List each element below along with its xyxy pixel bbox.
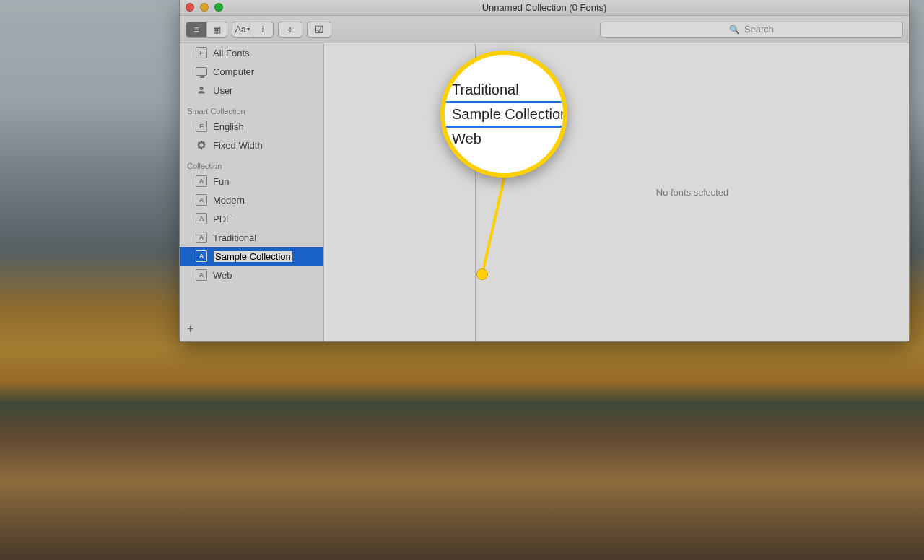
desktop-background: Unnamed Collection (0 Fonts) ≡ ▦ Aa ▾ i	[0, 0, 924, 560]
search-placeholder: Search	[744, 24, 774, 35]
sidebar-item-modern[interactable]: A Modern	[180, 191, 323, 209]
sidebar-item-user[interactable]: User	[180, 81, 323, 100]
lens-row: Traditional	[445, 79, 563, 101]
titlebar[interactable]: Unnamed Collection (0 Fonts)	[180, 0, 909, 16]
collection-icon: A	[196, 194, 207, 206]
sidebar-item-label: Sample Collection	[215, 251, 291, 262]
search-field[interactable]: 🔍 Search	[600, 22, 903, 38]
window-title: Unnamed Collection (0 Fonts)	[482, 2, 607, 13]
font-collection-icon: F	[196, 121, 207, 132]
add-fonts-button[interactable]: +	[278, 22, 302, 38]
gear-icon	[196, 139, 207, 151]
view-list-button[interactable]: ≡	[186, 22, 206, 37]
section-collection: Collection	[180, 154, 323, 172]
collection-icon: A	[196, 232, 207, 243]
sidebar-item-fixed-width[interactable]: Fixed Width	[180, 136, 323, 154]
sidebar-item-all-fonts[interactable]: F All Fonts	[180, 43, 323, 62]
grid-icon: ▦	[213, 25, 221, 35]
close-button[interactable]	[186, 3, 194, 12]
sidebar-item-fun[interactable]: A Fun	[180, 172, 323, 191]
zoom-button[interactable]	[214, 3, 223, 12]
check-icon: ☑	[315, 24, 324, 35]
sidebar-item-label: Modern	[213, 195, 245, 206]
view-grid-button[interactable]: ▦	[206, 22, 227, 37]
plus-icon: +	[287, 24, 293, 35]
sidebar: F All Fonts Computer User Smart Collecti…	[180, 43, 324, 341]
sidebar-item-computer[interactable]: Computer	[180, 62, 323, 81]
chevron-down-icon: ▾	[247, 26, 250, 32]
lens-row-highlighted: Sample Collection	[445, 101, 563, 128]
sidebar-item-traditional[interactable]: A Traditional	[180, 228, 323, 247]
sidebar-item-sample-collection[interactable]: A Sample Collection	[180, 247, 323, 266]
sidebar-item-label: Traditional	[213, 232, 256, 243]
list-icon: ≡	[193, 25, 199, 35]
sidebar-item-label: Fixed Width	[213, 140, 263, 151]
minimize-button[interactable]	[200, 3, 209, 12]
sidebar-item-label: English	[213, 121, 244, 132]
plus-icon: +	[187, 323, 193, 335]
aa-label: Aa	[235, 25, 246, 35]
empty-state-text: No fonts selected	[656, 187, 728, 198]
sidebar-item-label: Web	[213, 270, 232, 281]
font-collection-icon: F	[196, 47, 207, 58]
sidebar-item-label: Computer	[213, 66, 254, 77]
section-smart-collection: Smart Collection	[180, 100, 323, 117]
info-button[interactable]: i	[253, 22, 273, 37]
info-icon: i	[262, 25, 264, 35]
sidebar-item-label: User	[213, 85, 232, 96]
preview-switcher: Aa ▾ i	[232, 22, 274, 38]
sample-text-button[interactable]: Aa ▾	[232, 22, 253, 37]
sidebar-item-label: All Fonts	[213, 48, 250, 58]
search-icon: 🔍	[729, 25, 740, 35]
fontbook-window: Unnamed Collection (0 Fonts) ≡ ▦ Aa ▾ i	[179, 0, 910, 342]
add-collection-button[interactable]: +	[180, 317, 323, 341]
callout-magnifier: Traditional Sample Collection Web	[440, 51, 567, 178]
collection-icon: A	[196, 175, 207, 187]
callout-anchor-dot	[476, 268, 488, 280]
collection-icon: A	[196, 213, 207, 224]
user-icon	[196, 84, 207, 96]
lens-row: Web	[445, 128, 563, 150]
toolbar: ≡ ▦ Aa ▾ i + ☑	[180, 16, 909, 43]
traffic-lights	[186, 3, 223, 12]
sidebar-item-label: PDF	[213, 214, 232, 224]
collection-icon: A	[196, 250, 207, 262]
sidebar-item-english[interactable]: F English	[180, 117, 323, 136]
sidebar-item-label: Fun	[213, 176, 229, 187]
view-switcher: ≡ ▦	[186, 22, 227, 38]
validate-button[interactable]: ☑	[307, 22, 331, 38]
computer-icon	[196, 67, 207, 76]
sidebar-item-web[interactable]: A Web	[180, 266, 323, 284]
collection-icon: A	[196, 269, 207, 281]
collection-name-input[interactable]: Sample Collection	[213, 250, 293, 263]
sidebar-item-pdf[interactable]: A PDF	[180, 209, 323, 228]
